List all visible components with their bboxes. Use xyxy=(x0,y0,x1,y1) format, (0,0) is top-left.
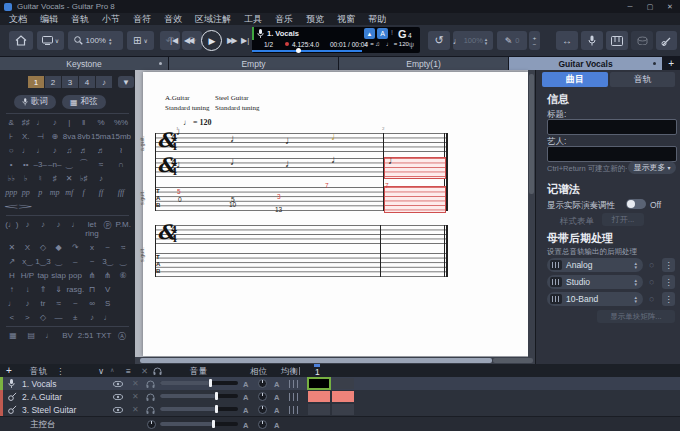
show-pedalboard-button[interactable]: 显示单块矩阵... xyxy=(597,310,675,323)
show-more-button[interactable]: 显示更多▾ xyxy=(628,161,676,174)
palette-symbol[interactable]: –3– xyxy=(33,160,48,169)
palette-symbol[interactable]: ◇ xyxy=(35,243,51,252)
title-input[interactable] xyxy=(547,119,677,135)
palette-symbol[interactable]: • xyxy=(4,160,18,169)
list-icon[interactable]: ≡ xyxy=(126,366,131,376)
home-button[interactable] xyxy=(9,31,33,50)
palette-symbol[interactable]: ∞ xyxy=(84,299,100,308)
file-tab-guitar-vocals[interactable]: Guitar Vocals xyxy=(509,57,663,70)
horizontal-scrollbar[interactable] xyxy=(135,357,535,364)
palette-symbol[interactable]: pp xyxy=(18,188,33,197)
palette-symbol[interactable]: slap xyxy=(51,271,67,280)
palette-symbol[interactable]: ⁀ xyxy=(76,160,91,169)
value-stepper[interactable]: +− xyxy=(529,31,540,50)
note[interactable]: ♩ xyxy=(285,157,296,169)
palette-symbol[interactable]: pop xyxy=(66,271,84,280)
menu-item[interactable]: 小节 xyxy=(102,13,120,26)
palette-symbol[interactable]: TXT xyxy=(95,331,113,342)
palette-symbol[interactable]: | xyxy=(62,118,77,127)
vertical-scrollbar[interactable] xyxy=(528,70,535,357)
palette-symbol[interactable]: •• xyxy=(18,160,33,169)
note[interactable]: ♩ xyxy=(388,154,399,166)
master-row[interactable]: 主控台 A A xyxy=(0,416,680,431)
mute-icon[interactable]: ✕ xyxy=(132,392,139,401)
palette-symbol[interactable]: ⊓ xyxy=(84,285,100,294)
palette-symbol[interactable]: ⑥ xyxy=(115,271,131,280)
tempo-button[interactable]: ♩ 100% ▴▾ xyxy=(453,31,493,50)
scrollbar-thumb[interactable] xyxy=(529,74,534,194)
palette-symbol[interactable]: ♫ xyxy=(62,146,77,155)
fx-stepper[interactable]: ▴▾ xyxy=(634,261,637,269)
measure-cell[interactable] xyxy=(332,378,354,389)
palette-symbol[interactable]: X. xyxy=(18,132,33,141)
palette-symbol[interactable]: ♩ xyxy=(100,313,116,322)
palette-symbol[interactable]: mf xyxy=(62,188,77,197)
menu-item[interactable]: 音符 xyxy=(133,13,151,26)
staff-1[interactable] xyxy=(155,133,448,152)
palette-symbol[interactable]: ↑ xyxy=(4,285,20,294)
palette-symbol[interactable]: %% xyxy=(111,118,131,127)
palette-symbol[interactable]: ♪ xyxy=(51,220,67,238)
scrollbar-thumb[interactable] xyxy=(140,358,492,363)
palette-symbol[interactable]: ♩ xyxy=(18,146,33,155)
palette-symbol[interactable]: ♯ xyxy=(47,174,61,183)
view-mode-button[interactable]: ∨ xyxy=(37,31,64,50)
add-track-button[interactable]: + xyxy=(6,365,12,376)
palette-symbol[interactable]: ⇑ xyxy=(35,285,51,294)
palette-symbol[interactable]: ppp xyxy=(4,188,18,197)
tuning-a-toggle[interactable]: A xyxy=(377,28,388,39)
volume-slider[interactable] xyxy=(160,394,238,398)
volume-slider[interactable] xyxy=(160,407,238,411)
close-button[interactable]: ✕ xyxy=(660,0,680,13)
palette-symbol[interactable]: ♪ xyxy=(35,220,51,238)
count-in-icon[interactable]: ! xyxy=(391,29,393,36)
artist-input[interactable] xyxy=(547,146,677,162)
palette-symbol[interactable] xyxy=(111,202,131,211)
palette-symbol[interactable]: ♬ xyxy=(91,146,111,155)
score-view[interactable]: A.Guitar Standard tuning Steel Guitar St… xyxy=(135,70,535,364)
palette-symbol[interactable]: ↗ xyxy=(4,257,20,266)
palette-symbol[interactable]: ≈ xyxy=(115,243,131,252)
headphones-icon[interactable] xyxy=(146,380,155,388)
eq-sliders-icon[interactable] xyxy=(289,380,299,388)
track-row-aguitar[interactable]: 2. A.Guitar ✕ A A xyxy=(0,390,680,403)
palette-symbol[interactable]: ‿ xyxy=(62,160,77,169)
collapse-icon[interactable]: ∨ xyxy=(98,366,104,376)
fx-stepper[interactable]: ▴▾ xyxy=(634,278,637,286)
menu-item[interactable]: 编辑 xyxy=(40,13,58,26)
palette-symbol[interactable]: –n– xyxy=(47,160,61,169)
tab-number[interactable]: 13 xyxy=(275,206,282,213)
palette-symbol[interactable]: mp xyxy=(47,188,61,197)
palette-symbol[interactable] xyxy=(62,202,77,211)
palette-symbol[interactable]: H xyxy=(4,271,20,280)
menu-item[interactable]: 视窗 xyxy=(337,13,355,26)
palette-symbol[interactable]: > xyxy=(3,202,49,211)
selected-measure-tab[interactable] xyxy=(384,186,446,213)
tab-number[interactable]: 3 xyxy=(277,193,281,200)
mute-icon[interactable]: ✕ xyxy=(132,405,139,414)
palette-symbol[interactable]: BV xyxy=(58,331,76,342)
eq-sliders-icon[interactable] xyxy=(289,393,299,401)
mute-all-icon[interactable]: ✕ xyxy=(141,366,148,376)
palette-symbol[interactable]: ≈ xyxy=(91,160,111,169)
master-volume-automation[interactable]: A xyxy=(243,421,248,430)
master-volume-slider[interactable] xyxy=(160,422,238,426)
mute-icon[interactable]: ✕ xyxy=(132,379,139,388)
palette-symbol[interactable]: f xyxy=(76,188,91,197)
palette-symbol[interactable]: – xyxy=(66,257,84,266)
open-stylesheet-button[interactable]: 打开... xyxy=(602,213,644,226)
palette-symbol[interactable] xyxy=(76,202,91,211)
palette-symbol[interactable]: tap xyxy=(35,271,51,280)
palette-symbol[interactable]: & xyxy=(4,118,18,127)
tab-number[interactable]: 7 xyxy=(325,182,329,189)
headphones-icon[interactable] xyxy=(153,367,162,375)
note[interactable]: ♩ xyxy=(285,134,296,146)
menu-item[interactable]: 音轨 xyxy=(71,13,89,26)
palette-symbol[interactable]: ~ xyxy=(84,257,100,266)
palette-symbol[interactable]: p xyxy=(33,188,48,197)
master-pan-automation[interactable]: A xyxy=(274,421,279,430)
chords-button[interactable]: ▦ 和弦 xyxy=(62,95,106,109)
voice-1-button[interactable]: 1 xyxy=(28,76,44,88)
menu-item[interactable]: 帮助 xyxy=(368,13,386,26)
palette-symbol[interactable]: ∩ xyxy=(111,160,131,169)
